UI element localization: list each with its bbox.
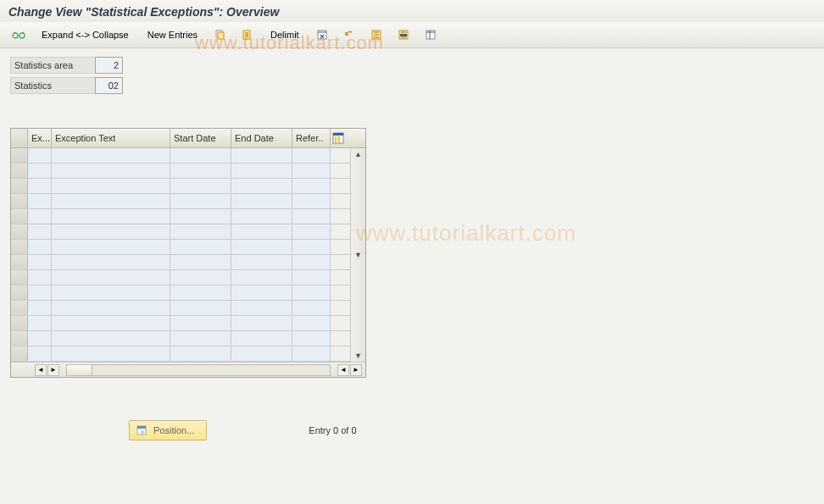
table-row[interactable] <box>11 301 350 316</box>
table-row[interactable] <box>11 224 350 240</box>
svg-rect-15 <box>137 426 146 429</box>
vertical-scrollbar[interactable]: ▲ ▼ ▼ <box>350 148 365 362</box>
table-row[interactable] <box>11 346 350 362</box>
svg-rect-3 <box>218 32 224 39</box>
column-refer[interactable]: Refer.. <box>292 129 331 147</box>
table-row[interactable] <box>11 316 350 331</box>
table-row[interactable] <box>11 285 350 301</box>
undo-icon <box>342 27 357 42</box>
svg-point-1 <box>19 33 25 38</box>
toolbar: Expand <-> Collapse New Entries Delimit <box>0 22 824 48</box>
deselect-all-icon <box>396 27 411 42</box>
table-header: Ex... Exception Text Start Date End Date… <box>11 129 365 148</box>
hscroll-thumb[interactable] <box>67 365 92 375</box>
new-entries-button[interactable]: New Entries <box>140 25 205 44</box>
content-area: Statistics area 2 Statistics 02 Ex... Ex… <box>0 48 824 449</box>
svg-point-0 <box>13 33 18 38</box>
svg-rect-8 <box>400 34 407 36</box>
position-button[interactable]: Position... <box>129 420 207 440</box>
table-row[interactable] <box>11 270 350 285</box>
copy-icon <box>213 27 228 42</box>
table-row[interactable] <box>11 240 350 255</box>
table-config-icon <box>332 132 344 144</box>
table-row[interactable] <box>11 163 350 179</box>
copy-button[interactable] <box>209 25 232 44</box>
delimit-button[interactable]: Delimit <box>263 25 307 44</box>
table-row[interactable] <box>11 179 350 194</box>
svg-rect-13 <box>338 136 340 142</box>
scroll-down-icon[interactable]: ▼ <box>354 352 362 360</box>
svg-rect-11 <box>333 133 343 136</box>
statistics-label: Statistics <box>10 77 95 94</box>
scroll-up-icon[interactable]: ▲ <box>354 150 362 158</box>
footer: Position... Entry 0 of 0 <box>10 420 814 440</box>
expand-collapse-button[interactable]: Expand <-> Collapse <box>34 25 136 44</box>
select-all-column[interactable] <box>11 129 28 147</box>
scroll-down-icon[interactable]: ▼ <box>354 251 362 259</box>
toggle-view-button[interactable] <box>7 25 31 44</box>
scroll-right-button[interactable]: ► <box>47 364 59 376</box>
copy-as-button[interactable] <box>236 25 259 44</box>
entry-count: Entry 0 of 0 <box>309 425 356 435</box>
undo-button[interactable] <box>337 25 361 44</box>
hscroll-track[interactable] <box>66 364 331 376</box>
page-title: Change View "Statistical Exceptions": Ov… <box>0 0 824 22</box>
horizontal-scrollbar: ◄ ► ◄ ► <box>11 362 365 377</box>
table-row[interactable] <box>11 331 350 346</box>
table-body <box>11 148 350 362</box>
table-row[interactable] <box>11 148 350 163</box>
copy-sheet-icon <box>240 27 255 42</box>
configure-columns-button[interactable] <box>331 129 346 147</box>
deselect-all-button[interactable] <box>392 25 415 44</box>
column-start-date[interactable]: Start Date <box>170 129 231 147</box>
column-end-date[interactable]: End Date <box>231 129 292 147</box>
table-row[interactable] <box>11 194 350 209</box>
scroll-right-end-button[interactable]: ► <box>350 364 362 376</box>
statistics-area-label: Statistics area <box>10 57 95 74</box>
data-table: Ex... Exception Text Start Date End Date… <box>10 128 366 378</box>
select-all-icon <box>369 27 384 42</box>
field-statistics-area: Statistics area 2 <box>10 57 814 74</box>
delete-icon <box>315 27 330 42</box>
column-exception-text[interactable]: Exception Text <box>52 129 170 147</box>
column-ex[interactable]: Ex... <box>28 129 52 147</box>
position-button-label: Position... <box>153 425 194 435</box>
svg-rect-12 <box>335 136 337 142</box>
table-settings-button[interactable] <box>419 25 443 44</box>
position-icon <box>135 424 148 437</box>
table-columns-icon <box>423 27 438 42</box>
statistics-value[interactable]: 02 <box>95 77 123 94</box>
statistics-area-value[interactable]: 2 <box>95 57 123 74</box>
table-row[interactable] <box>11 209 350 224</box>
glasses-icon <box>11 27 26 42</box>
delete-button[interactable] <box>310 25 334 44</box>
field-statistics: Statistics 02 <box>10 77 814 94</box>
table-row[interactable] <box>11 255 350 270</box>
scroll-left-end-button[interactable]: ◄ <box>337 364 349 376</box>
select-all-button[interactable] <box>365 25 388 44</box>
scroll-left-button[interactable]: ◄ <box>35 364 47 376</box>
